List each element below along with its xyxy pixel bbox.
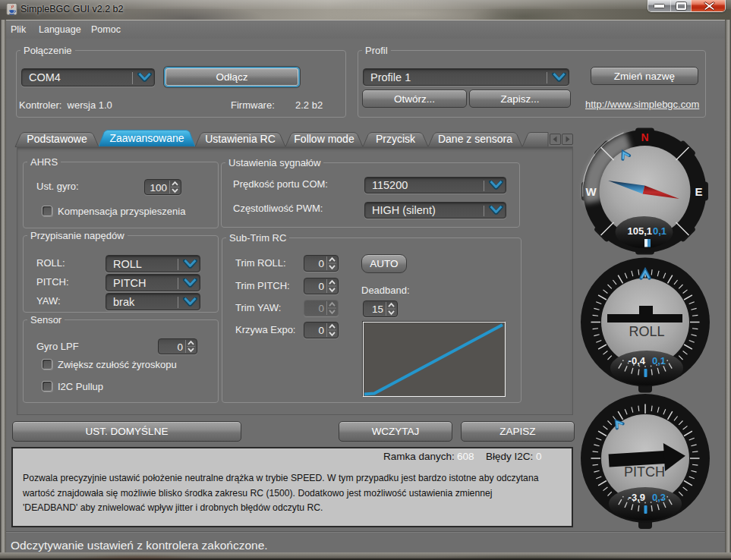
svg-text:Follow mode: Follow mode	[294, 133, 354, 145]
svg-text:0,3: 0,3	[652, 492, 666, 503]
svg-text:ROLL: ROLL	[629, 324, 664, 339]
svg-text:Ustawienia RC: Ustawienia RC	[205, 133, 276, 145]
svg-text:-0,4: -0,4	[629, 355, 646, 367]
svg-text:Podstawowe: Podstawowe	[27, 133, 87, 145]
svg-text:-3,9: -3,9	[629, 492, 645, 503]
svg-text:Zaawansowane: Zaawansowane	[109, 132, 184, 144]
svg-text:PITCH: PITCH	[624, 464, 665, 480]
svg-text:E: E	[695, 185, 702, 198]
svg-text:0,1: 0,1	[652, 355, 666, 367]
svg-text:105,1: 105,1	[627, 225, 652, 237]
svg-text:Przycisk: Przycisk	[376, 133, 416, 145]
svg-text:Dane z sensora: Dane z sensora	[438, 133, 512, 145]
svg-text:0,1: 0,1	[653, 225, 666, 237]
svg-text:W: W	[585, 185, 597, 198]
svg-text:N: N	[641, 131, 648, 143]
